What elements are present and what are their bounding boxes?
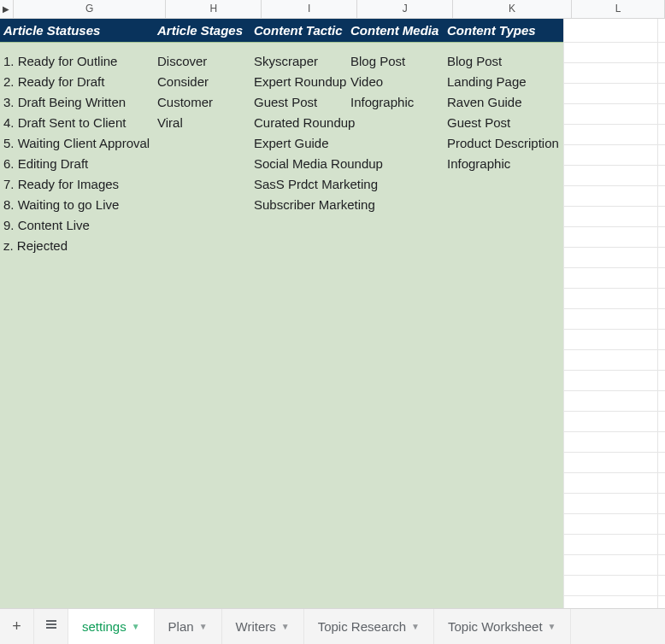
cell[interactable]: Landing Page xyxy=(444,72,572,92)
sheet-tab-bar: + settings ▼ Plan ▼ Writers ▼ Topic Rese… xyxy=(0,608,665,644)
chevron-down-icon: ▼ xyxy=(548,622,556,631)
column-header-J[interactable]: J xyxy=(357,0,453,18)
column-header-I[interactable]: I xyxy=(262,0,357,18)
menu-icon xyxy=(44,618,58,635)
cell[interactable]: Consider xyxy=(154,72,250,92)
spreadsheet-grid[interactable]: Article Statuses Article Stages Content … xyxy=(0,19,665,608)
chevron-down-icon: ▼ xyxy=(199,622,208,631)
scroll-columns-right[interactable]: ▶ xyxy=(0,0,14,18)
cell[interactable]: 9. Content Live xyxy=(0,215,179,236)
sheet-tab-label: Topic Research xyxy=(318,619,406,634)
cell[interactable]: 6. Editing Draft xyxy=(0,154,179,174)
column-header-H[interactable]: H xyxy=(166,0,262,18)
cell[interactable]: Discover xyxy=(154,51,250,72)
column-header-L[interactable]: L xyxy=(572,0,665,18)
add-sheet-button[interactable]: + xyxy=(0,609,34,644)
sheet-tab-plan[interactable]: Plan ▼ xyxy=(155,609,222,644)
header-article-stages: Article Stages xyxy=(154,23,250,38)
cell[interactable]: 1. Ready for Outline xyxy=(0,51,179,72)
cell[interactable]: z. Rejected xyxy=(0,236,179,256)
cell[interactable]: 8. Waiting to go Live xyxy=(0,195,179,215)
cell[interactable]: Video xyxy=(347,72,444,92)
cell[interactable]: Viral xyxy=(154,113,250,133)
chevron-down-icon: ▼ xyxy=(411,622,420,631)
cell[interactable]: Blog Post xyxy=(347,51,444,72)
sheet-tab-topic-research[interactable]: Topic Research ▼ xyxy=(304,609,434,644)
cell[interactable]: Product Description xyxy=(444,133,572,154)
cell[interactable]: 2. Ready for Draft xyxy=(0,72,179,92)
cell[interactable]: 7. Ready for Images xyxy=(0,174,179,195)
cell[interactable]: Infographic xyxy=(347,92,444,113)
column-header-K[interactable]: K xyxy=(453,0,572,18)
sheet-tab-label: settings xyxy=(82,619,127,634)
cell[interactable]: Guest Post xyxy=(444,113,572,133)
chevron-down-icon: ▼ xyxy=(281,622,290,631)
cell[interactable]: Blog Post xyxy=(444,51,572,72)
table-header-row: Article Statuses Article Stages Content … xyxy=(0,19,563,42)
cell[interactable]: SasS Prdct Marketing xyxy=(250,174,387,195)
active-row-highlight xyxy=(0,42,563,43)
cell[interactable]: Expert Guide xyxy=(250,133,387,154)
sheet-tab-label: Writers xyxy=(236,619,276,634)
cell[interactable]: Subscriber Marketing xyxy=(250,195,387,215)
cell[interactable]: Customer xyxy=(154,92,250,113)
all-sheets-button[interactable] xyxy=(34,609,68,644)
sheet-tab-settings[interactable]: settings ▼ xyxy=(68,609,155,644)
chevron-down-icon: ▼ xyxy=(132,622,140,631)
plus-icon: + xyxy=(12,618,21,635)
cell[interactable]: Raven Guide xyxy=(444,92,572,113)
header-content-types: Content Types xyxy=(444,23,563,38)
sheet-tab-writers[interactable]: Writers ▼ xyxy=(222,609,304,644)
sheet-tab-label: Topic Worksheet xyxy=(448,619,543,634)
header-article-statuses: Article Statuses xyxy=(0,23,154,38)
header-content-tactic: Content Tactic xyxy=(250,23,347,38)
sheet-tab-topic-worksheet[interactable]: Topic Worksheet ▼ xyxy=(434,609,571,644)
cell[interactable]: Infographic xyxy=(444,154,572,174)
cell[interactable]: 3. Draft Being Written xyxy=(0,92,179,113)
column-header-G[interactable]: G xyxy=(14,0,166,18)
sheet-tab-label: Plan xyxy=(168,619,194,634)
cell[interactable]: 5. Waiting Client Approval xyxy=(0,133,179,154)
cell[interactable]: Social Media Roundup xyxy=(250,154,387,174)
cell[interactable]: Curated Roundup xyxy=(250,113,387,133)
column-header-bar: ▶ G H I J K L xyxy=(0,0,665,19)
cell[interactable]: 4. Draft Sent to Client xyxy=(0,113,179,133)
header-content-media: Content Media xyxy=(347,23,444,38)
